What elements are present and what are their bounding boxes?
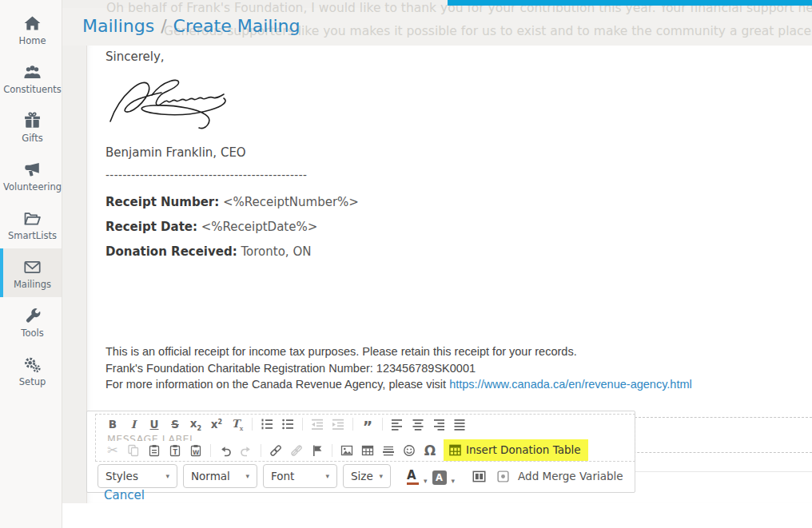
cra-link[interactable]: https://www.canada.ca/en/revenue-agency.… bbox=[449, 378, 692, 391]
donation-received-value: Toronto, ON bbox=[241, 244, 311, 259]
line-artifact bbox=[635, 471, 812, 472]
gifts-icon bbox=[23, 110, 42, 131]
receipt-date-value: <%ReceiptDate%> bbox=[201, 220, 318, 234]
sidebar-item-volunteering[interactable]: Volunteering bbox=[0, 151, 62, 200]
chevron-down-icon: ▾ bbox=[165, 472, 169, 480]
image-icon[interactable] bbox=[338, 443, 356, 459]
breadcrumb-current-page: Create Mailing bbox=[173, 16, 301, 36]
paragraph-format-label: Normal bbox=[191, 470, 230, 482]
special-character-icon[interactable]: Ω bbox=[421, 443, 439, 459]
undo-icon[interactable] bbox=[217, 443, 234, 459]
remove-format-icon[interactable]: Tx bbox=[229, 416, 246, 432]
insert-donation-table-button[interactable]: Insert Donation Table bbox=[444, 439, 588, 461]
breadcrumb-separator: / bbox=[154, 16, 173, 36]
superscript-icon[interactable]: x2 bbox=[208, 416, 225, 432]
paste-plain-text-icon[interactable]: T bbox=[166, 443, 184, 459]
underline-icon[interactable]: U bbox=[145, 416, 163, 432]
toolbar-separator bbox=[382, 418, 383, 431]
footer-link-prefix: For more information on the Canada Reven… bbox=[105, 378, 449, 391]
sidebar-item-gifts[interactable]: Gifts bbox=[0, 102, 62, 151]
blockquote-icon[interactable]: ” bbox=[359, 416, 376, 432]
font-dropdown[interactable]: Font▾ bbox=[263, 464, 337, 488]
chevron-down-icon: ▾ bbox=[424, 477, 428, 485]
volunteering-icon bbox=[23, 159, 42, 180]
align-right-icon[interactable] bbox=[430, 416, 448, 432]
background-color-button[interactable]: A▾ bbox=[432, 467, 456, 485]
sidebar-item-tools[interactable]: Tools bbox=[0, 297, 62, 346]
toolbar-separator bbox=[210, 444, 211, 457]
chevron-down-icon: ▾ bbox=[325, 472, 329, 480]
svg-text:W: W bbox=[193, 448, 200, 455]
styles-dropdown[interactable]: Styles▾ bbox=[98, 464, 177, 488]
align-center-icon[interactable] bbox=[409, 416, 427, 432]
toolbar-row-clipboard: ✂TWΩ Insert Donation Table bbox=[102, 439, 588, 461]
top-accent-bar bbox=[448, 0, 812, 6]
chevron-down-icon: ▾ bbox=[452, 477, 456, 485]
show-blocks-button[interactable] bbox=[469, 467, 488, 485]
sidebar-item-home[interactable]: Home bbox=[0, 5, 62, 54]
footer-line-3: For more information on the Canada Reven… bbox=[105, 376, 692, 393]
increase-indent-icon bbox=[329, 416, 347, 432]
size-dropdown-label: Size bbox=[351, 470, 373, 482]
sidebar-item-label: Gifts bbox=[22, 133, 42, 144]
copy-icon bbox=[125, 443, 142, 459]
sidebar-item-label: Mailings bbox=[14, 279, 51, 290]
sidebar-item-label: SmartLists bbox=[8, 230, 57, 241]
sidebar-item-smartlists[interactable]: SmartLists bbox=[0, 200, 62, 248]
bold-icon[interactable]: B bbox=[104, 416, 121, 432]
home-icon bbox=[23, 13, 42, 34]
signer-name: Benjamin Franklin, CEO bbox=[105, 145, 246, 160]
sidebar-nav: HomeConstituentsGiftsVolunteeringSmartLi… bbox=[0, 0, 62, 528]
subscript-icon[interactable]: x2 bbox=[187, 416, 205, 432]
sidebar-item-setup[interactable]: Setup bbox=[0, 346, 62, 395]
font-dropdown-label: Font bbox=[271, 470, 294, 482]
smiley-icon[interactable] bbox=[400, 443, 418, 459]
size-dropdown[interactable]: Size▾ bbox=[343, 464, 391, 488]
paragraph-format-dropdown[interactable]: Normal▾ bbox=[183, 464, 257, 488]
receipt-number-value: <%ReceiptNumber%> bbox=[223, 195, 359, 209]
styles-dropdown-label: Styles bbox=[105, 470, 138, 482]
sidebar-item-mailings[interactable]: Mailings bbox=[0, 248, 62, 297]
redo-icon bbox=[237, 443, 255, 459]
align-left-icon[interactable] bbox=[388, 416, 406, 432]
italic-icon[interactable]: I bbox=[125, 416, 142, 432]
horizontal-line-icon[interactable] bbox=[380, 443, 397, 459]
strikethrough-icon[interactable]: S bbox=[166, 416, 184, 432]
numbered-list-icon[interactable] bbox=[258, 416, 276, 432]
align-justify-icon[interactable] bbox=[451, 416, 468, 432]
unlink-icon bbox=[288, 443, 305, 459]
merge-variable-icon bbox=[496, 470, 510, 483]
toolbar-separator bbox=[332, 444, 332, 457]
anchor-flag-icon[interactable] bbox=[308, 443, 326, 459]
decrease-indent-icon bbox=[308, 416, 326, 432]
toolbar-row-formatting: BIUSx2x2Tx” bbox=[102, 416, 470, 432]
svg-text:T: T bbox=[173, 448, 178, 455]
toolbar-row2-icons: ✂TWΩ bbox=[102, 443, 440, 459]
bulleted-list-icon[interactable] bbox=[279, 416, 297, 432]
footer-line-1: This is an official receipt for income t… bbox=[105, 343, 692, 360]
add-merge-variable-label[interactable]: Add Merge Variable bbox=[518, 470, 623, 482]
constituents-icon bbox=[23, 62, 42, 82]
receipt-date-row: Receipt Date: <%ReceiptDate%> bbox=[105, 220, 317, 234]
toolbar-separator bbox=[302, 418, 303, 431]
breadcrumb: Mailings/Create Mailing bbox=[82, 16, 300, 36]
sidebar-item-label: Tools bbox=[21, 328, 43, 339]
paste-from-word-icon[interactable]: W bbox=[187, 443, 205, 459]
table-icon[interactable] bbox=[359, 443, 376, 459]
chevron-down-icon: ▾ bbox=[245, 472, 249, 480]
sidebar-item-label: Setup bbox=[19, 376, 46, 387]
breadcrumb-mailings-link[interactable]: Mailings bbox=[82, 16, 154, 36]
receipt-number-row: Receipt Number: <%ReceiptNumber%> bbox=[105, 195, 359, 209]
add-merge-variable-button[interactable] bbox=[493, 467, 512, 485]
sidebar-item-constituents[interactable]: Constituents bbox=[0, 54, 62, 102]
text-color-button[interactable]: A▾ bbox=[407, 467, 428, 485]
letter-closing: Sincerely, bbox=[105, 50, 165, 64]
donation-received-row: Donation Received: Toronto, ON bbox=[105, 244, 311, 259]
sidebar-item-label: Constituents bbox=[3, 84, 62, 95]
background-color-icon: A bbox=[432, 470, 447, 485]
paste-icon[interactable] bbox=[145, 443, 163, 459]
link-icon[interactable] bbox=[267, 443, 285, 459]
insert-donation-table-label: Insert Donation Table bbox=[466, 443, 581, 456]
cancel-link[interactable]: Cancel bbox=[104, 488, 145, 502]
toolbar-separator bbox=[261, 444, 261, 457]
